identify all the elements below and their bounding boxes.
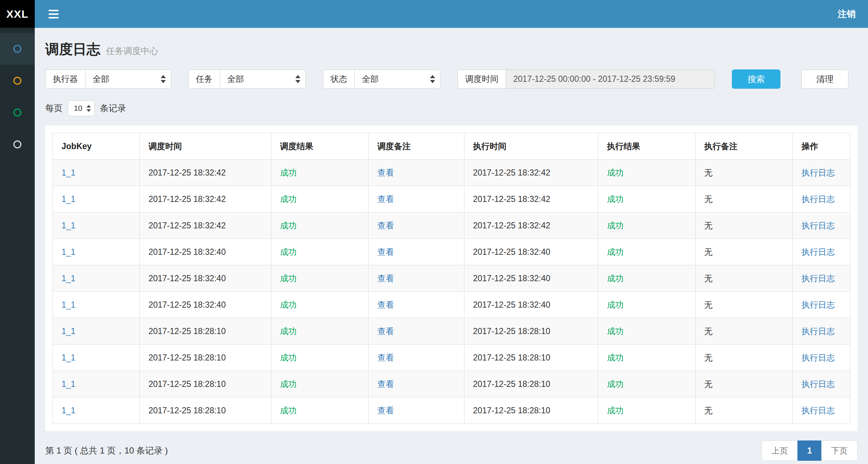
trigger-result-cell: 成功 bbox=[271, 397, 368, 424]
handle-msg-cell: 无 bbox=[695, 397, 793, 424]
table-row: 1_1 2017-12-25 18:28:10 成功 查看 2017-12-25… bbox=[53, 318, 850, 345]
trigger-msg-link[interactable]: 查看 bbox=[377, 353, 394, 362]
trigger-msg-link[interactable]: 查看 bbox=[377, 168, 394, 177]
table-row: 1_1 2017-12-25 18:32:40 成功 查看 2017-12-25… bbox=[53, 239, 850, 265]
col-header-handle-result[interactable]: 执行结果 bbox=[598, 133, 695, 160]
clear-button[interactable]: 清理 bbox=[801, 69, 848, 89]
trigger-msg-link[interactable]: 查看 bbox=[377, 194, 394, 204]
col-header-handle-time[interactable]: 执行时间 bbox=[464, 133, 598, 160]
execute-log-link[interactable]: 执行日志 bbox=[801, 300, 835, 309]
execute-log-link[interactable]: 执行日志 bbox=[801, 194, 835, 204]
col-header-trigger-time[interactable]: 调度时间 bbox=[140, 133, 271, 160]
trigger-msg-link[interactable]: 查看 bbox=[377, 247, 394, 257]
jobkey-link[interactable]: 1_1 bbox=[62, 194, 75, 204]
circle-white-icon bbox=[13, 140, 21, 148]
pagesize-row: 每页 10 条记录 bbox=[45, 100, 858, 116]
trigger-msg-link[interactable]: 查看 bbox=[377, 300, 394, 309]
trigger-msg-link[interactable]: 查看 bbox=[377, 274, 394, 283]
sidebar-item-dashboard[interactable] bbox=[0, 33, 35, 65]
handle-time-cell: 2017-12-25 18:32:40 bbox=[464, 292, 598, 318]
executor-filter-group: 执行器 全部 bbox=[45, 69, 171, 89]
trigger-msg-link[interactable]: 查看 bbox=[377, 326, 394, 336]
handle-time-cell: 2017-12-25 18:28:10 bbox=[464, 318, 598, 345]
select-stepper-icon bbox=[87, 105, 91, 112]
handle-msg-cell: 无 bbox=[695, 239, 793, 265]
jobkey-link[interactable]: 1_1 bbox=[62, 274, 75, 283]
table-row: 1_1 2017-12-25 18:28:10 成功 查看 2017-12-25… bbox=[53, 397, 850, 424]
select-stepper-icon bbox=[161, 75, 166, 83]
execute-log-link[interactable]: 执行日志 bbox=[801, 274, 835, 283]
pagesize-suffix-label: 条记录 bbox=[100, 102, 126, 114]
execute-log-link[interactable]: 执行日志 bbox=[801, 353, 835, 362]
jobkey-link[interactable]: 1_1 bbox=[62, 353, 75, 362]
handle-result-cell: 成功 bbox=[598, 345, 695, 371]
table-row: 1_1 2017-12-25 18:32:40 成功 查看 2017-12-25… bbox=[53, 292, 850, 318]
table-row: 1_1 2017-12-25 18:28:10 成功 查看 2017-12-25… bbox=[53, 345, 850, 371]
app-logo[interactable]: XXL bbox=[0, 0, 35, 28]
handle-time-cell: 2017-12-25 18:28:10 bbox=[464, 345, 598, 371]
circle-green-icon bbox=[13, 109, 21, 117]
trigger-time-range-input[interactable] bbox=[506, 69, 715, 89]
trigger-time-filter-label: 调度时间 bbox=[458, 69, 506, 89]
sidebar-toggle-icon[interactable] bbox=[47, 7, 60, 21]
sidebar-item-job-log[interactable] bbox=[0, 97, 35, 128]
execute-log-link[interactable]: 执行日志 bbox=[801, 168, 835, 177]
search-button[interactable]: 搜索 bbox=[732, 69, 780, 89]
handle-msg-cell: 无 bbox=[695, 265, 793, 292]
trigger-result-cell: 成功 bbox=[271, 160, 368, 186]
select-stepper-icon bbox=[295, 75, 300, 83]
next-page-button[interactable]: 下页 bbox=[821, 440, 858, 461]
prev-page-button[interactable]: 上页 bbox=[762, 440, 798, 461]
handle-time-cell: 2017-12-25 18:28:10 bbox=[464, 397, 598, 424]
table-header-row: JobKey 调度时间 调度结果 调度备注 执行时间 执行结果 执行备注 操作 bbox=[53, 133, 850, 160]
trigger-msg-link[interactable]: 查看 bbox=[377, 406, 394, 415]
sidebar-item-job-manage[interactable] bbox=[0, 65, 35, 97]
trigger-msg-link[interactable]: 查看 bbox=[377, 379, 394, 389]
executor-filter-label: 执行器 bbox=[45, 69, 85, 89]
execute-log-link[interactable]: 执行日志 bbox=[801, 326, 835, 336]
col-header-action[interactable]: 操作 bbox=[793, 133, 850, 160]
jobkey-link[interactable]: 1_1 bbox=[62, 379, 75, 389]
pagination: 上页 1 下页 bbox=[762, 440, 858, 461]
main-content: 调度日志 任务调度中心 执行器 全部 任务 全部 状态 bbox=[35, 28, 868, 464]
col-header-handle-msg[interactable]: 执行备注 bbox=[695, 133, 793, 160]
handle-msg-cell: 无 bbox=[695, 292, 793, 318]
jobkey-link[interactable]: 1_1 bbox=[62, 168, 75, 177]
execute-log-link[interactable]: 执行日志 bbox=[801, 247, 835, 257]
col-header-jobkey[interactable]: JobKey bbox=[53, 133, 140, 160]
handle-msg-cell: 无 bbox=[695, 186, 793, 212]
col-header-trigger-result[interactable]: 调度结果 bbox=[271, 133, 368, 160]
handle-result-cell: 成功 bbox=[598, 371, 695, 397]
jobkey-link[interactable]: 1_1 bbox=[62, 406, 75, 415]
handle-msg-cell: 无 bbox=[695, 160, 793, 186]
handle-result-cell: 成功 bbox=[598, 292, 695, 318]
handle-time-cell: 2017-12-25 18:32:42 bbox=[464, 212, 598, 239]
job-filter-select[interactable]: 全部 bbox=[220, 69, 306, 89]
current-page-button[interactable]: 1 bbox=[797, 440, 822, 461]
sidebar-item-help[interactable] bbox=[0, 128, 35, 160]
col-header-trigger-msg[interactable]: 调度备注 bbox=[368, 133, 464, 160]
execute-log-link[interactable]: 执行日志 bbox=[801, 221, 835, 230]
executor-filter-select[interactable]: 全部 bbox=[85, 69, 171, 89]
trigger-result-cell: 成功 bbox=[271, 318, 368, 345]
pagesize-select[interactable]: 10 bbox=[68, 100, 95, 116]
trigger-msg-link[interactable]: 查看 bbox=[377, 221, 394, 230]
job-filter-label: 任务 bbox=[188, 69, 220, 89]
page-title: 调度日志 bbox=[45, 40, 100, 59]
execute-log-link[interactable]: 执行日志 bbox=[801, 406, 835, 415]
handle-result-cell: 成功 bbox=[598, 186, 695, 212]
trigger-time-cell: 2017-12-25 18:32:42 bbox=[140, 160, 271, 186]
trigger-result-cell: 成功 bbox=[271, 265, 368, 292]
jobkey-link[interactable]: 1_1 bbox=[62, 247, 75, 257]
jobkey-link[interactable]: 1_1 bbox=[62, 221, 75, 230]
handle-result-cell: 成功 bbox=[598, 239, 695, 265]
execute-log-link[interactable]: 执行日志 bbox=[801, 379, 835, 389]
jobkey-link[interactable]: 1_1 bbox=[62, 326, 75, 336]
logout-link[interactable]: 注销 bbox=[838, 8, 856, 20]
status-filter-label: 状态 bbox=[323, 69, 354, 89]
jobkey-link[interactable]: 1_1 bbox=[62, 300, 75, 309]
trigger-time-cell: 2017-12-25 18:28:10 bbox=[140, 371, 271, 397]
status-filter-select[interactable]: 全部 bbox=[354, 69, 441, 89]
status-filter-value: 全部 bbox=[362, 73, 379, 85]
handle-msg-cell: 无 bbox=[695, 371, 793, 397]
